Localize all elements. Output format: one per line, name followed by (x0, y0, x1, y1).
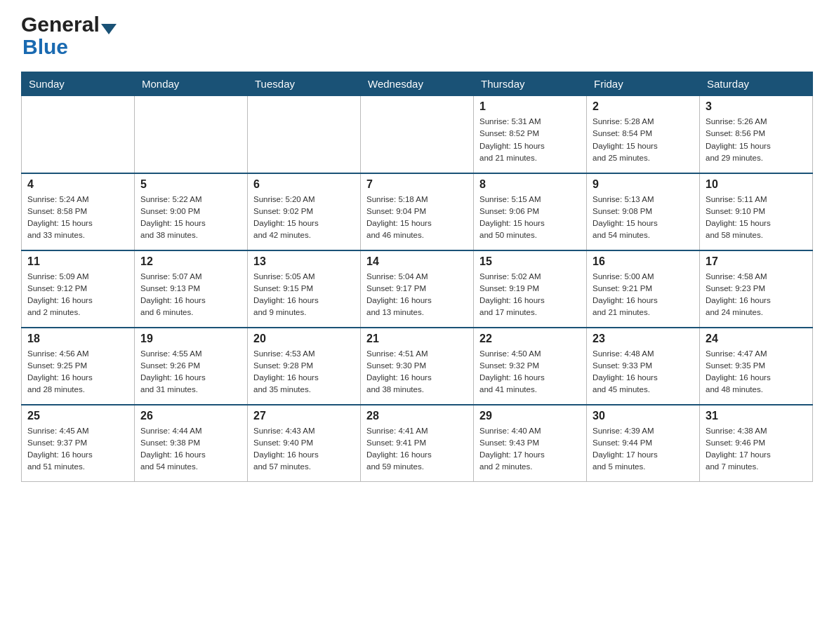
calendar-cell: 1Sunrise: 5:31 AM Sunset: 8:52 PM Daylig… (474, 96, 587, 173)
calendar-week-row: 1Sunrise: 5:31 AM Sunset: 8:52 PM Daylig… (22, 96, 813, 173)
calendar-cell: 19Sunrise: 4:55 AM Sunset: 9:26 PM Dayli… (135, 328, 248, 405)
column-header-wednesday: Wednesday (361, 72, 474, 96)
logo-triangle-icon (101, 24, 117, 34)
day-number: 13 (253, 255, 355, 268)
calendar-cell: 26Sunrise: 4:44 AM Sunset: 9:38 PM Dayli… (135, 405, 248, 482)
calendar-week-row: 11Sunrise: 5:09 AM Sunset: 9:12 PM Dayli… (22, 250, 813, 328)
column-header-thursday: Thursday (474, 72, 587, 96)
calendar-cell: 4Sunrise: 5:24 AM Sunset: 8:58 PM Daylig… (22, 173, 135, 250)
calendar-cell (22, 96, 135, 173)
day-number: 1 (479, 100, 581, 113)
day-info: Sunrise: 4:56 AM Sunset: 9:25 PM Dayligh… (27, 348, 128, 396)
day-number: 25 (27, 410, 128, 422)
day-info: Sunrise: 4:48 AM Sunset: 9:33 PM Dayligh… (593, 348, 694, 396)
column-header-saturday: Saturday (700, 72, 813, 96)
day-number: 8 (479, 178, 581, 191)
day-number: 19 (140, 333, 241, 345)
day-info: Sunrise: 5:13 AM Sunset: 9:08 PM Dayligh… (593, 194, 694, 242)
day-number: 2 (593, 100, 694, 113)
day-info: Sunrise: 5:09 AM Sunset: 9:12 PM Dayligh… (27, 271, 128, 319)
day-number: 20 (253, 333, 355, 345)
calendar-cell: 17Sunrise: 4:58 AM Sunset: 9:23 PM Dayli… (700, 250, 813, 328)
day-info: Sunrise: 5:22 AM Sunset: 9:00 PM Dayligh… (140, 194, 241, 242)
day-number: 22 (479, 333, 581, 345)
day-number: 18 (27, 333, 128, 345)
calendar-cell (248, 96, 361, 173)
day-info: Sunrise: 4:40 AM Sunset: 9:43 PM Dayligh… (479, 425, 581, 474)
day-number: 7 (366, 178, 468, 191)
calendar-cell: 27Sunrise: 4:43 AM Sunset: 9:40 PM Dayli… (248, 405, 361, 482)
day-info: Sunrise: 5:24 AM Sunset: 8:58 PM Dayligh… (27, 194, 128, 242)
logo-general: General (21, 14, 100, 35)
day-info: Sunrise: 5:15 AM Sunset: 9:06 PM Dayligh… (479, 194, 581, 242)
day-number: 26 (140, 410, 241, 422)
calendar-cell: 22Sunrise: 4:50 AM Sunset: 9:32 PM Dayli… (474, 328, 587, 405)
calendar-cell: 6Sunrise: 5:20 AM Sunset: 9:02 PM Daylig… (248, 173, 361, 250)
day-info: Sunrise: 5:28 AM Sunset: 8:54 PM Dayligh… (593, 116, 694, 164)
column-header-friday: Friday (587, 72, 700, 96)
day-number: 14 (366, 255, 468, 268)
calendar-cell: 16Sunrise: 5:00 AM Sunset: 9:21 PM Dayli… (587, 250, 700, 328)
calendar-cell: 29Sunrise: 4:40 AM Sunset: 9:43 PM Dayli… (474, 405, 587, 482)
day-number: 17 (706, 255, 807, 268)
day-info: Sunrise: 5:05 AM Sunset: 9:15 PM Dayligh… (253, 271, 355, 319)
calendar-cell: 13Sunrise: 5:05 AM Sunset: 9:15 PM Dayli… (248, 250, 361, 328)
day-info: Sunrise: 5:26 AM Sunset: 8:56 PM Dayligh… (706, 116, 807, 164)
day-info: Sunrise: 4:47 AM Sunset: 9:35 PM Dayligh… (706, 348, 807, 396)
day-info: Sunrise: 4:58 AM Sunset: 9:23 PM Dayligh… (706, 271, 807, 319)
day-info: Sunrise: 5:31 AM Sunset: 8:52 PM Dayligh… (479, 116, 581, 164)
day-number: 23 (593, 333, 694, 345)
column-header-tuesday: Tuesday (248, 72, 361, 96)
calendar-cell: 24Sunrise: 4:47 AM Sunset: 9:35 PM Dayli… (700, 328, 813, 405)
calendar-cell: 28Sunrise: 4:41 AM Sunset: 9:41 PM Dayli… (361, 405, 474, 482)
calendar-cell: 15Sunrise: 5:02 AM Sunset: 9:19 PM Dayli… (474, 250, 587, 328)
calendar-cell (361, 96, 474, 173)
logo: General Blue (21, 14, 118, 59)
day-info: Sunrise: 4:50 AM Sunset: 9:32 PM Dayligh… (479, 348, 581, 396)
day-number: 29 (479, 410, 581, 422)
day-number: 15 (479, 255, 581, 268)
calendar-cell: 21Sunrise: 4:51 AM Sunset: 9:30 PM Dayli… (361, 328, 474, 405)
calendar-week-row: 18Sunrise: 4:56 AM Sunset: 9:25 PM Dayli… (22, 328, 813, 405)
calendar-week-row: 25Sunrise: 4:45 AM Sunset: 9:37 PM Dayli… (22, 405, 813, 482)
day-info: Sunrise: 4:51 AM Sunset: 9:30 PM Dayligh… (366, 348, 468, 396)
day-info: Sunrise: 4:38 AM Sunset: 9:46 PM Dayligh… (706, 425, 807, 474)
calendar-week-row: 4Sunrise: 5:24 AM Sunset: 8:58 PM Daylig… (22, 173, 813, 250)
calendar-cell: 30Sunrise: 4:39 AM Sunset: 9:44 PM Dayli… (587, 405, 700, 482)
day-number: 4 (27, 178, 128, 191)
day-number: 10 (706, 178, 807, 191)
day-number: 16 (593, 255, 694, 268)
day-info: Sunrise: 5:04 AM Sunset: 9:17 PM Dayligh… (366, 271, 468, 319)
calendar-cell: 7Sunrise: 5:18 AM Sunset: 9:04 PM Daylig… (361, 173, 474, 250)
calendar-cell: 25Sunrise: 4:45 AM Sunset: 9:37 PM Dayli… (22, 405, 135, 482)
calendar-cell: 14Sunrise: 5:04 AM Sunset: 9:17 PM Dayli… (361, 250, 474, 328)
calendar-cell: 2Sunrise: 5:28 AM Sunset: 8:54 PM Daylig… (587, 96, 700, 173)
day-info: Sunrise: 4:39 AM Sunset: 9:44 PM Dayligh… (593, 425, 694, 474)
calendar-cell: 18Sunrise: 4:56 AM Sunset: 9:25 PM Dayli… (22, 328, 135, 405)
day-info: Sunrise: 5:00 AM Sunset: 9:21 PM Dayligh… (593, 271, 694, 319)
day-info: Sunrise: 4:55 AM Sunset: 9:26 PM Dayligh… (140, 348, 241, 396)
calendar-cell: 12Sunrise: 5:07 AM Sunset: 9:13 PM Dayli… (135, 250, 248, 328)
day-number: 12 (140, 255, 241, 268)
page-header: General Blue (21, 14, 813, 59)
day-info: Sunrise: 5:11 AM Sunset: 9:10 PM Dayligh… (706, 194, 807, 242)
calendar-cell: 23Sunrise: 4:48 AM Sunset: 9:33 PM Dayli… (587, 328, 700, 405)
day-number: 28 (366, 410, 468, 422)
calendar-cell: 8Sunrise: 5:15 AM Sunset: 9:06 PM Daylig… (474, 173, 587, 250)
day-number: 9 (593, 178, 694, 191)
day-info: Sunrise: 4:53 AM Sunset: 9:28 PM Dayligh… (253, 348, 355, 396)
day-info: Sunrise: 4:44 AM Sunset: 9:38 PM Dayligh… (140, 425, 241, 474)
calendar-cell: 5Sunrise: 5:22 AM Sunset: 9:00 PM Daylig… (135, 173, 248, 250)
calendar-cell: 3Sunrise: 5:26 AM Sunset: 8:56 PM Daylig… (700, 96, 813, 173)
day-info: Sunrise: 4:43 AM Sunset: 9:40 PM Dayligh… (253, 425, 355, 474)
day-info: Sunrise: 5:02 AM Sunset: 9:19 PM Dayligh… (479, 271, 581, 319)
day-number: 27 (253, 410, 355, 422)
calendar-cell (135, 96, 248, 173)
calendar-cell: 31Sunrise: 4:38 AM Sunset: 9:46 PM Dayli… (700, 405, 813, 482)
day-number: 31 (706, 410, 807, 422)
day-info: Sunrise: 4:41 AM Sunset: 9:41 PM Dayligh… (366, 425, 468, 474)
day-info: Sunrise: 4:45 AM Sunset: 9:37 PM Dayligh… (27, 425, 128, 474)
logo-blue: Blue (22, 35, 68, 58)
calendar-header-row: SundayMondayTuesdayWednesdayThursdayFrid… (22, 72, 813, 96)
day-info: Sunrise: 5:20 AM Sunset: 9:02 PM Dayligh… (253, 194, 355, 242)
